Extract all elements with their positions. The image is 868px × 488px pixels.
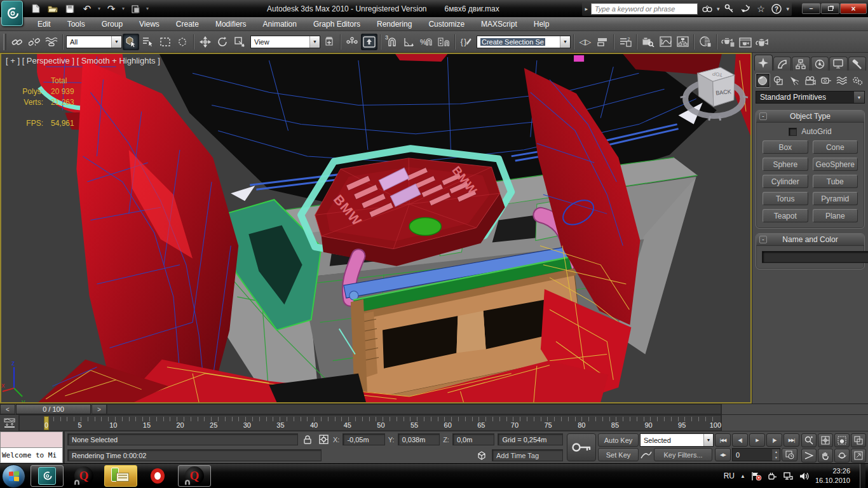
network-icon[interactable] — [783, 471, 794, 481]
curve-editor-button[interactable] — [657, 34, 674, 50]
taskbar-opera-button[interactable] — [141, 465, 174, 487]
help-button[interactable]: ? — [770, 3, 783, 15]
zoom-all-button[interactable] — [818, 433, 833, 447]
subscription-center-button[interactable] — [722, 3, 735, 15]
save-file-button[interactable] — [62, 2, 78, 15]
select-and-rotate-button[interactable] — [214, 34, 231, 50]
schematic-view-button[interactable] — [674, 34, 691, 50]
listener-output-field[interactable]: Welcome to Mi — [0, 447, 63, 464]
undo-dropdown-arrow-icon[interactable]: ▾ — [97, 6, 102, 11]
selection-filter-combo[interactable]: All ▼ — [66, 36, 122, 48]
primitive-button[interactable]: Cylinder — [763, 175, 808, 188]
pan-view-button[interactable] — [818, 449, 833, 463]
menu-item[interactable]: Graph Editors — [305, 17, 369, 30]
zoom-extents-button[interactable] — [834, 433, 850, 447]
select-and-scale-button[interactable] — [231, 34, 248, 50]
infocenter-collapse-icon[interactable]: ▸ — [585, 6, 588, 12]
set-keys-button[interactable] — [567, 433, 596, 461]
menu-item[interactable]: Edit — [29, 17, 59, 30]
frame-spinner[interactable]: ▲▼ — [772, 449, 780, 461]
previous-frame-arrow-button[interactable]: < — [0, 404, 15, 414]
layer-manager-button[interactable]: 2 — [617, 34, 634, 50]
redo-dropdown-arrow-icon[interactable]: ▾ — [121, 6, 126, 11]
material-editor-button[interactable] — [697, 34, 714, 50]
primitive-button[interactable]: Cone — [813, 140, 858, 154]
taskbar-download-master2-button[interactable]: Q — [178, 465, 211, 487]
auto-key-button[interactable]: Auto Key — [598, 433, 639, 447]
lights-category-button[interactable] — [787, 73, 802, 88]
key-filters-button[interactable]: Key Filters... — [654, 448, 712, 461]
primitive-button[interactable]: Pyramid — [813, 192, 858, 205]
taskbar-download-master-button[interactable]: Q — [67, 465, 100, 487]
spinner-snap-toggle-button[interactable] — [435, 34, 452, 50]
menu-item[interactable]: Help — [526, 17, 558, 30]
key-selection-combo[interactable]: Selected ▼ — [640, 433, 714, 447]
combo-arrow-icon[interactable]: ▼ — [111, 36, 121, 48]
select-and-move-button[interactable] — [197, 34, 214, 50]
next-frame-button[interactable]: ||▶ — [766, 433, 782, 447]
select-object-button[interactable] — [123, 34, 139, 50]
search-button[interactable] — [701, 3, 714, 15]
select-by-name-button[interactable] — [140, 34, 156, 50]
rectangular-selection-region-button[interactable] — [157, 34, 173, 50]
primitive-button[interactable]: GeoSphere — [813, 158, 858, 171]
play-animation-button[interactable]: ▶ — [749, 433, 765, 447]
next-frame-arrow-button[interactable]: > — [92, 404, 107, 414]
render-setup-button[interactable] — [720, 34, 736, 50]
maximize-viewport-toggle-button[interactable] — [851, 449, 866, 463]
favorites-button[interactable]: ☆ — [754, 3, 767, 15]
go-to-end-button[interactable]: ▶▶| — [783, 433, 799, 447]
collapse-icon[interactable]: - — [759, 112, 767, 120]
application-menu-button[interactable] — [1, 1, 23, 26]
communication-center-button[interactable] — [738, 3, 751, 15]
rendered-frame-window-button[interactable] — [737, 34, 754, 50]
search-input[interactable] — [591, 3, 698, 15]
primitive-button[interactable]: Teapot — [763, 209, 808, 222]
menu-item[interactable]: Create — [168, 17, 207, 30]
listener-macro-recorder-field[interactable] — [0, 431, 63, 447]
time-slider-handle[interactable]: 0 / 100 — [16, 404, 91, 414]
toggle-scene-explorer-button[interactable] — [640, 34, 656, 50]
shapes-category-button[interactable] — [771, 73, 786, 88]
angle-snap-toggle-button[interactable] — [401, 34, 417, 50]
mirror-button[interactable]: ◁▷ — [577, 34, 593, 50]
autogrid-checkbox[interactable] — [789, 128, 797, 136]
spinner-down-icon[interactable]: ▼ — [773, 455, 780, 461]
tray-expand-icon[interactable]: ▲ — [740, 473, 745, 479]
space-warps-category-button[interactable] — [834, 73, 849, 88]
taskbar-mobile-agent-button[interactable] — [104, 465, 137, 487]
new-scene-button[interactable] — [28, 2, 43, 15]
restore-button[interactable] — [821, 3, 839, 14]
go-to-start-button[interactable]: |◀◀ — [715, 433, 731, 447]
snap-toggle-3d-button[interactable]: 3 — [384, 34, 400, 50]
z-coord-field[interactable]: 0,0m — [452, 433, 494, 445]
select-and-manipulate-button[interactable] — [344, 34, 360, 50]
menu-item[interactable]: Tools — [59, 17, 93, 30]
edit-named-selection-sets-button[interactable]: { } — [458, 34, 475, 50]
combo-arrow-icon[interactable]: ▼ — [560, 36, 570, 48]
combo-arrow-icon[interactable]: ▼ — [309, 36, 320, 48]
zoom-button[interactable] — [801, 433, 817, 447]
add-time-tag-field[interactable]: Add Time Tag — [492, 449, 563, 461]
primitive-button[interactable]: Sphere — [763, 158, 808, 171]
key-mode-toggle-button[interactable]: ◀▶ — [715, 448, 731, 461]
isolate-selection-button[interactable] — [475, 449, 489, 462]
menu-item[interactable]: Views — [131, 17, 168, 30]
start-button[interactable] — [2, 464, 25, 488]
tab-modify[interactable] — [773, 57, 792, 71]
taskbar-clock[interactable]: 23:26 16.10.2010 — [815, 466, 854, 485]
volume-icon[interactable] — [799, 471, 810, 481]
helpers-category-button[interactable] — [818, 73, 833, 88]
menu-item[interactable]: Animation — [255, 17, 305, 30]
redo-button[interactable]: ↷ — [104, 2, 119, 15]
close-button[interactable]: × — [840, 3, 867, 14]
object-type-header[interactable]: - Object Type — [756, 111, 864, 123]
previous-frame-button[interactable]: ◀|| — [732, 433, 748, 447]
set-key-button[interactable]: Set Key — [598, 448, 639, 461]
use-pivot-point-button[interactable] — [321, 34, 337, 50]
x-coord-field[interactable]: -0,05m — [342, 433, 384, 445]
align-button[interactable] — [594, 34, 611, 50]
spinner-up-icon[interactable]: ▲ — [773, 449, 780, 455]
object-name-input[interactable] — [762, 251, 868, 263]
zoom-extents-all-button[interactable] — [851, 433, 866, 447]
